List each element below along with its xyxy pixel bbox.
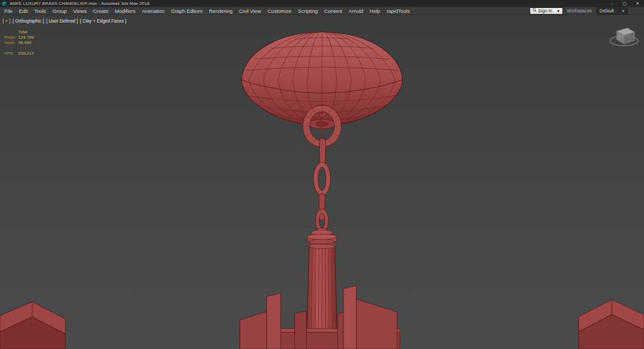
chevron-down-icon: ▼ bbox=[621, 9, 625, 13]
menubar-right-cluster: Sign In ▼ Workspaces: Default ▼ bbox=[530, 8, 644, 14]
menu-edit[interactable]: Edit bbox=[16, 8, 31, 14]
workspaces-label: Workspaces: bbox=[567, 8, 593, 13]
title-bar: ANKE LUXURY BRASS CHANDELIER.max - Autod… bbox=[0, 0, 644, 7]
maximize-button[interactable]: ▢ bbox=[618, 0, 631, 7]
chain-link bbox=[319, 193, 325, 220]
menu-customize[interactable]: Customize bbox=[264, 8, 295, 14]
chevron-down-icon: ▼ bbox=[557, 9, 560, 13]
viewport[interactable]: [ + ] [ Orthographic ] [ User Defined ] … bbox=[0, 15, 644, 349]
workspace-dropdown[interactable]: Default ▼ bbox=[597, 8, 628, 14]
menu-views[interactable]: Views bbox=[70, 8, 90, 14]
viewcube[interactable] bbox=[609, 23, 640, 52]
3dsmax-app-icon bbox=[2, 1, 7, 6]
viewport-menu-plus[interactable]: [ + ] bbox=[3, 18, 10, 24]
collar bbox=[308, 228, 336, 246]
close-button[interactable]: ✕ bbox=[631, 0, 644, 7]
sign-in-label: Sign In bbox=[538, 8, 552, 13]
menu-arnold[interactable]: Arnold bbox=[345, 8, 366, 14]
chandelier-model-canvas[interactable] bbox=[0, 15, 644, 349]
stats-polys-label: Polys: bbox=[4, 35, 18, 40]
frame-corner-right bbox=[579, 300, 644, 349]
chain-link bbox=[320, 139, 326, 165]
stats-fps-value: 535,217 bbox=[18, 51, 34, 56]
menu-file[interactable]: File bbox=[1, 8, 16, 14]
menu-bar: File Edit Tools Group Views Create Modif… bbox=[0, 7, 644, 15]
menu-group[interactable]: Group bbox=[49, 8, 70, 14]
window-controls: – ▢ ✕ bbox=[605, 0, 644, 7]
menu-animation[interactable]: Animation bbox=[139, 8, 168, 14]
window-title: ANKE LUXURY BRASS CHANDELIER.max - Autod… bbox=[10, 1, 149, 6]
chain-link bbox=[313, 162, 331, 195]
stats-total-label: Total bbox=[18, 30, 34, 35]
search-icon bbox=[532, 8, 537, 13]
menu-modifiers[interactable]: Modifiers bbox=[112, 8, 139, 14]
viewport-view-label[interactable]: [ User Defined ] bbox=[46, 18, 78, 24]
menu-content[interactable]: Content bbox=[321, 8, 345, 14]
stats-polys-value: 124 786 bbox=[18, 35, 34, 40]
stats-fps-label: FPS: bbox=[4, 51, 18, 56]
menu-rapidtools[interactable]: rapidTools bbox=[383, 8, 413, 14]
menu-create[interactable]: Create bbox=[90, 8, 112, 14]
menu-help[interactable]: Help bbox=[367, 8, 384, 14]
viewport-projection-label[interactable]: [ Orthographic ] bbox=[12, 18, 44, 24]
viewport-statistics: Total Polys:124 786 Verts:98 066 FPS:535… bbox=[4, 30, 34, 56]
minimize-button[interactable]: – bbox=[605, 0, 618, 7]
menu-scripting[interactable]: Scripting bbox=[295, 8, 321, 14]
menu-tools[interactable]: Tools bbox=[31, 8, 49, 14]
menu-rendering[interactable]: Rendering bbox=[206, 8, 236, 14]
sign-in-button[interactable]: Sign In ▼ bbox=[530, 8, 563, 14]
viewport-label: [ + ] [ Orthographic ] [ User Defined ] … bbox=[3, 18, 126, 24]
menu-civil-view[interactable]: Civil View bbox=[236, 8, 264, 14]
workspace-value: Default bbox=[599, 8, 614, 13]
stats-verts-label: Verts: bbox=[4, 40, 18, 46]
stats-verts-value: 98 066 bbox=[18, 40, 31, 45]
stats-fps-row: FPS:535,217 bbox=[4, 51, 34, 56]
stats-verts-row: Verts:98 066 bbox=[4, 40, 34, 46]
viewport-shading-label[interactable]: [ Clay + Edged Faces ] bbox=[80, 18, 126, 24]
stats-polys-row: Polys:124 786 bbox=[4, 35, 34, 40]
menu-graph-editors[interactable]: Graph Editors bbox=[168, 8, 206, 14]
frame-corner-left bbox=[0, 302, 65, 349]
